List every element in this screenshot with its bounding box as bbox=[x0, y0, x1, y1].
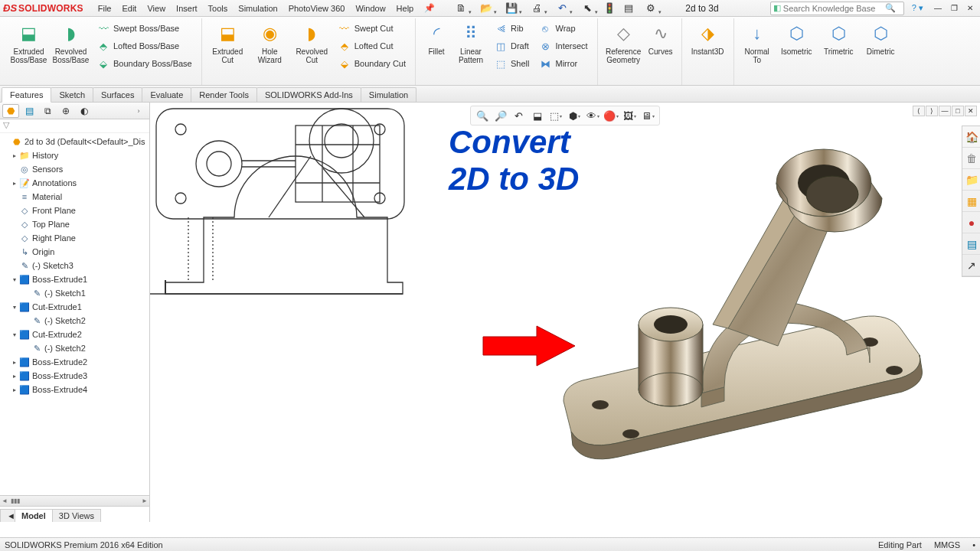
search-box[interactable]: ◧ 🔍 bbox=[770, 2, 904, 15]
feature-tree-tab-icon[interactable]: ⬣ bbox=[2, 104, 19, 118]
tab-3dviews[interactable]: 3D Views bbox=[52, 509, 101, 522]
search-icon[interactable]: 🔍 bbox=[883, 3, 898, 13]
linear-pattern-button[interactable]: ⠿Linear Pattern bbox=[452, 20, 489, 66]
tree-node[interactable]: ▾🟦Boss-Extrude1 bbox=[0, 272, 149, 286]
taskpane-custom-icon[interactable]: ↗ bbox=[962, 255, 980, 276]
status-customize-icon[interactable]: • bbox=[972, 540, 975, 549]
normal-to-button[interactable]: ↓Normal To bbox=[739, 20, 776, 66]
menu-photoview[interactable]: PhotoView 360 bbox=[283, 2, 351, 15]
vp-close-icon[interactable]: ✕ bbox=[965, 106, 977, 116]
tree-node[interactable]: ◎Sensors bbox=[0, 162, 149, 176]
graphics-viewport[interactable]: 🔍 🔎 ↶ ⬓ ⬚ ⬢ 👁 🔴 🖼 🖥 ⟨ ⟩ — □ ✕ 🏠 🗑 📁 ▦ ● … bbox=[150, 103, 980, 522]
tab-addins[interactable]: SOLIDWORKS Add-Ins bbox=[256, 87, 361, 102]
taskpane-view-palette-icon[interactable]: ● bbox=[962, 212, 980, 233]
display-manager-tab-icon[interactable]: ◐ bbox=[76, 104, 93, 118]
close-icon[interactable]: ✕ bbox=[963, 2, 977, 15]
tree-node[interactable]: ✎(-) Sketch3 bbox=[0, 259, 149, 272]
settings-icon[interactable]: ⚙ bbox=[639, 1, 662, 16]
property-manager-tab-icon[interactable]: ▤ bbox=[21, 104, 38, 118]
boundary-cut-button[interactable]: ⬙Boundary Cut bbox=[333, 55, 410, 72]
tab-sketch[interactable]: Sketch bbox=[51, 87, 93, 102]
tree-node[interactable]: ▸📁History bbox=[0, 148, 149, 162]
taskpane-resources-icon[interactable]: 🗑 bbox=[962, 148, 980, 169]
swept-cut-button[interactable]: 〰Swept Cut bbox=[333, 20, 410, 37]
trimetric-button[interactable]: ⬡Trimetric bbox=[818, 20, 860, 57]
edit-appearance-icon[interactable]: 🔴 bbox=[603, 108, 619, 123]
menu-edit[interactable]: Edit bbox=[116, 2, 142, 15]
vp-minimize-icon[interactable]: — bbox=[939, 106, 951, 116]
apply-scene-icon[interactable]: 🖼 bbox=[621, 108, 638, 123]
swept-boss-button[interactable]: 〰Swept Boss/Base bbox=[92, 20, 197, 37]
hole-wizard-button[interactable]: ◉Hole Wizard bbox=[249, 20, 291, 66]
options-icon[interactable]: ▤ bbox=[620, 1, 637, 16]
boundary-boss-button[interactable]: ⬙Boundary Boss/Base bbox=[92, 55, 197, 72]
tab-surfaces[interactable]: Surfaces bbox=[93, 87, 142, 102]
menu-pin-icon[interactable]: 📌 bbox=[419, 2, 440, 15]
status-units[interactable]: MMGS bbox=[934, 540, 960, 549]
configuration-tab-icon[interactable]: ⧉ bbox=[39, 104, 56, 118]
tab-features[interactable]: Features bbox=[2, 87, 51, 103]
menu-simulation[interactable]: Simulation bbox=[233, 2, 283, 15]
search-input[interactable] bbox=[783, 4, 883, 13]
curves-button[interactable]: ∿Curves bbox=[645, 20, 677, 57]
dimxpert-tab-icon[interactable]: ⊕ bbox=[57, 104, 74, 118]
open-icon[interactable]: 📂 bbox=[475, 1, 498, 16]
menu-view[interactable]: View bbox=[142, 2, 171, 15]
revolved-boss-button[interactable]: ◗ Revolved Boss/Base bbox=[50, 20, 92, 66]
lofted-cut-button[interactable]: ⬘Lofted Cut bbox=[333, 37, 410, 54]
tab-render-tools[interactable]: Render Tools bbox=[191, 87, 257, 102]
menu-tools[interactable]: Tools bbox=[203, 2, 234, 15]
restore-icon[interactable]: ❐ bbox=[947, 2, 961, 15]
menu-file[interactable]: File bbox=[93, 2, 117, 15]
view-orientation-icon[interactable]: ⬚ bbox=[547, 108, 564, 123]
select-icon[interactable]: ⬉ bbox=[576, 1, 599, 16]
instant3d-button[interactable]: ⬗Instant3D bbox=[687, 20, 729, 57]
tree-scrollbar[interactable]: ◄▮▮▮► bbox=[0, 496, 149, 507]
tree-node[interactable]: ≡Material bbox=[0, 190, 149, 204]
tree-node[interactable]: ✎(-) Sketch1 bbox=[0, 286, 149, 300]
tree-node[interactable]: ▾🟦Cut-Extrude2 bbox=[0, 328, 149, 341]
taskpane-design-library-icon[interactable]: 📁 bbox=[962, 169, 980, 191]
tree-node[interactable]: ◇Front Plane bbox=[0, 204, 149, 217]
reference-geometry-button[interactable]: ◇Reference Geometry bbox=[603, 20, 645, 66]
print-icon[interactable]: 🖨 bbox=[525, 1, 548, 16]
tree-node[interactable]: ◇Top Plane bbox=[0, 217, 149, 231]
dimetric-button[interactable]: ⬡Dimetric bbox=[860, 20, 902, 57]
tree-filter[interactable]: ▽ bbox=[0, 119, 149, 133]
view-settings-icon[interactable]: 🖥 bbox=[639, 108, 656, 123]
vp-prev-icon[interactable]: ⟨ bbox=[913, 106, 925, 116]
zoom-area-icon[interactable]: 🔎 bbox=[492, 108, 509, 123]
save-icon[interactable]: 💾 bbox=[500, 1, 523, 16]
vp-next-icon[interactable]: ⟩ bbox=[926, 106, 938, 116]
new-icon[interactable]: 🗎 bbox=[449, 1, 472, 16]
zoom-fit-icon[interactable]: 🔍 bbox=[474, 108, 491, 123]
tree-node[interactable]: ✎(-) Sketch2 bbox=[0, 341, 149, 355]
tree-node[interactable]: ◇Right Plane bbox=[0, 231, 149, 245]
minimize-icon[interactable]: — bbox=[931, 2, 945, 15]
menu-insert[interactable]: Insert bbox=[171, 2, 203, 15]
lofted-boss-button[interactable]: ⬘Lofted Boss/Base bbox=[92, 37, 197, 54]
tab-simulation[interactable]: Simulation bbox=[361, 87, 416, 102]
hide-show-icon[interactable]: 👁 bbox=[584, 108, 601, 123]
tree-node[interactable]: ▸📝Annotations bbox=[0, 176, 149, 190]
tree-node[interactable]: ▾🟦Cut-Extrude1 bbox=[0, 300, 149, 314]
taskpane-home-icon[interactable]: 🏠 bbox=[962, 126, 980, 148]
fillet-button[interactable]: ◜Fillet bbox=[420, 20, 452, 57]
tree-node[interactable]: ▸🟦Boss-Extrude3 bbox=[0, 369, 149, 383]
tree-node[interactable]: ▸🟦Boss-Extrude2 bbox=[0, 355, 149, 369]
rebuild-icon[interactable]: 🚦 bbox=[601, 1, 618, 16]
expand-tabs-icon[interactable]: › bbox=[130, 104, 147, 118]
intersect-button[interactable]: ⊗Intersect bbox=[534, 37, 592, 54]
extruded-boss-button[interactable]: ⬓ Extruded Boss/Base bbox=[8, 20, 50, 66]
tree-node[interactable]: ▸🟦Boss-Extrude4 bbox=[0, 383, 149, 396]
tree-node[interactable]: ✎(-) Sketch2 bbox=[0, 314, 149, 328]
draft-button[interactable]: ◫Draft bbox=[489, 37, 534, 54]
display-style-icon[interactable]: ⬢ bbox=[566, 108, 583, 123]
extruded-cut-button[interactable]: ⬓Extruded Cut bbox=[207, 20, 249, 66]
rib-button[interactable]: ⫷Rib bbox=[489, 20, 534, 37]
taskpane-appearances-icon[interactable]: ▤ bbox=[962, 233, 980, 255]
section-view-icon[interactable]: ⬓ bbox=[529, 108, 546, 123]
tab-model[interactable]: Model bbox=[15, 509, 53, 522]
shell-button[interactable]: ⬚Shell bbox=[489, 55, 534, 72]
tree-node[interactable]: ↳Origin bbox=[0, 245, 149, 259]
